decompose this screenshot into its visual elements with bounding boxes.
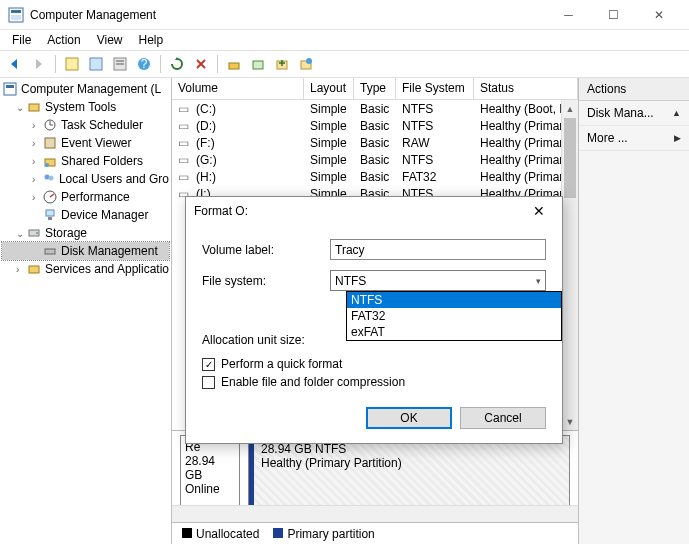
window-title: Computer Management: [30, 8, 546, 22]
legend: Unallocated Primary partition: [172, 522, 578, 544]
table-row[interactable]: ▭(H:)SimpleBasicFAT32Healthy (Primary Pa…: [172, 168, 578, 185]
tree-performance[interactable]: ›Performance: [2, 188, 169, 206]
allocation-label: Allocation unit size:: [202, 333, 330, 347]
col-status[interactable]: Status: [474, 78, 578, 99]
tree-storage[interactable]: ⌄Storage: [2, 224, 169, 242]
tree-device-manager[interactable]: Device Manager: [2, 206, 169, 224]
fs-option-exfat[interactable]: exFAT: [347, 324, 561, 340]
back-button[interactable]: [4, 53, 26, 75]
menubar: File Action View Help: [0, 30, 689, 50]
refresh-icon[interactable]: [166, 53, 188, 75]
svg-rect-13: [253, 61, 263, 69]
svg-rect-30: [46, 210, 54, 216]
forward-button[interactable]: [28, 53, 50, 75]
format-dialog: Format O: ✕ Volume label: File system: N…: [185, 196, 563, 444]
file-system-label: File system:: [202, 274, 330, 288]
file-system-combo[interactable]: NTFS ▾: [330, 270, 546, 291]
svg-point-25: [45, 163, 49, 167]
menu-view[interactable]: View: [89, 31, 131, 49]
titlebar: Computer Management ─ ☐ ✕: [0, 0, 689, 30]
ok-button[interactable]: OK: [366, 407, 452, 429]
col-volume[interactable]: Volume: [172, 78, 304, 99]
swatch-unallocated: [182, 528, 192, 538]
svg-text:?: ?: [141, 57, 148, 71]
dialog-titlebar[interactable]: Format O: ✕: [186, 197, 562, 225]
volume-label-label: Volume label:: [202, 243, 330, 257]
svg-rect-35: [29, 266, 39, 273]
menu-help[interactable]: Help: [131, 31, 172, 49]
table-row[interactable]: ▭(C:)SimpleBasicNTFSHealthy (Boot, Page …: [172, 100, 578, 117]
menu-action[interactable]: Action: [39, 31, 88, 49]
actions-pane: Actions Disk Mana...▲ More ...▶: [579, 78, 689, 544]
table-row[interactable]: ▭(F:)SimpleBasicRAWHealthy (Primary Part: [172, 134, 578, 151]
menu-file[interactable]: File: [4, 31, 39, 49]
tb-icon-6[interactable]: [271, 53, 293, 75]
table-row[interactable]: ▭(D:)SimpleBasicNTFSHealthy (Primary Par…: [172, 117, 578, 134]
chevron-down-icon: ▾: [536, 276, 541, 286]
col-layout[interactable]: Layout: [304, 78, 354, 99]
dialog-close-button[interactable]: ✕: [524, 203, 554, 219]
horizontal-scrollbar[interactable]: [172, 505, 578, 522]
dialog-title: Format O:: [194, 204, 524, 218]
actions-more[interactable]: More ...▶: [579, 126, 689, 151]
toolbar: ?: [0, 50, 689, 78]
cancel-button[interactable]: Cancel: [460, 407, 546, 429]
checkbox-unchecked-icon: [202, 376, 215, 389]
svg-rect-17: [4, 83, 16, 95]
close-button[interactable]: ✕: [636, 0, 681, 30]
tb-icon-4[interactable]: [223, 53, 245, 75]
app-icon: [8, 7, 24, 23]
volume-list-header: Volume Layout Type File System Status: [172, 78, 578, 100]
fs-option-fat32[interactable]: FAT32: [347, 308, 561, 324]
tree-pane: Computer Management (L ⌄System Tools ›Ta…: [0, 78, 172, 544]
tree-root[interactable]: Computer Management (L: [2, 80, 169, 98]
svg-rect-19: [29, 104, 39, 111]
maximize-button[interactable]: ☐: [591, 0, 636, 30]
col-type[interactable]: Type: [354, 78, 396, 99]
vertical-scrollbar[interactable]: ▲ ▼: [561, 100, 578, 430]
actions-disk-mana[interactable]: Disk Mana...▲: [579, 101, 689, 126]
tb-icon-2[interactable]: [85, 53, 107, 75]
svg-rect-2: [11, 15, 21, 20]
svg-rect-34: [45, 249, 55, 254]
delete-icon[interactable]: [190, 53, 212, 75]
tb-icon-1[interactable]: [61, 53, 83, 75]
svg-point-27: [48, 176, 53, 181]
tree-event-viewer[interactable]: ›Event Viewer: [2, 134, 169, 152]
compression-checkbox[interactable]: Enable file and folder compression: [202, 375, 546, 389]
minimize-button[interactable]: ─: [546, 0, 591, 30]
svg-line-29: [50, 194, 54, 197]
svg-rect-3: [66, 58, 78, 70]
tb-icon-3[interactable]: [109, 53, 131, 75]
svg-point-33: [36, 232, 38, 234]
table-row[interactable]: ▭(G:)SimpleBasicNTFSHealthy (Primary Par…: [172, 151, 578, 168]
tree-task-scheduler[interactable]: ›Task Scheduler: [2, 116, 169, 134]
svg-rect-4: [90, 58, 102, 70]
svg-rect-31: [48, 217, 52, 220]
swatch-primary: [273, 528, 283, 538]
help-icon[interactable]: ?: [133, 53, 155, 75]
tree-shared-folders[interactable]: ›Shared Folders: [2, 152, 169, 170]
tree-services[interactable]: ›Services and Applicatio: [2, 260, 169, 278]
svg-rect-1: [11, 10, 21, 13]
tree-disk-management[interactable]: Disk Management: [2, 242, 169, 260]
svg-rect-18: [6, 85, 14, 88]
submenu-icon: ▶: [674, 133, 681, 143]
tb-icon-7[interactable]: [295, 53, 317, 75]
svg-point-16: [306, 58, 312, 64]
svg-rect-12: [229, 63, 239, 69]
actions-header: Actions: [579, 78, 689, 101]
file-system-dropdown[interactable]: NTFS FAT32 exFAT: [346, 291, 562, 341]
tree-system-tools[interactable]: ⌄System Tools: [2, 98, 169, 116]
tree-local-users[interactable]: ›Local Users and Gro: [2, 170, 169, 188]
fs-option-ntfs[interactable]: NTFS: [347, 292, 561, 308]
col-fs[interactable]: File System: [396, 78, 474, 99]
volume-label-input[interactable]: [330, 239, 546, 260]
checkbox-checked-icon: ✓: [202, 358, 215, 371]
quick-format-checkbox[interactable]: ✓ Perform a quick format: [202, 357, 546, 371]
collapse-icon: ▲: [672, 108, 681, 118]
svg-rect-23: [45, 138, 55, 148]
tb-icon-5[interactable]: [247, 53, 269, 75]
